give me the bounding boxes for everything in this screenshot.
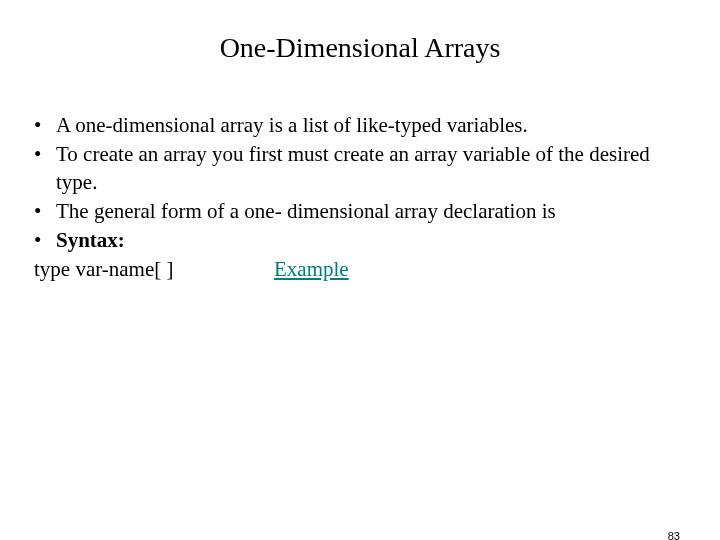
bullet-item: • A one-dimensional array is a list of l… <box>34 112 686 139</box>
bullet-item: • The general form of a one- dimensional… <box>34 198 686 225</box>
bullet-item: • Syntax: <box>34 227 686 254</box>
bullet-text: A one-dimensional array is a list of lik… <box>56 112 686 139</box>
bullet-icon: • <box>34 112 56 139</box>
bullet-text: Syntax: <box>56 227 686 254</box>
slide-content: • A one-dimensional array is a list of l… <box>0 112 720 284</box>
bullet-icon: • <box>34 227 56 254</box>
syntax-line: type var-name[ ] Example <box>34 256 686 283</box>
bullet-text: To create an array you first must create… <box>56 141 686 196</box>
slide-title: One-Dimensional Arrays <box>0 32 720 64</box>
bullet-item: • To create an array you first must crea… <box>34 141 686 196</box>
page-number: 83 <box>668 530 680 540</box>
bullet-icon: • <box>34 141 56 168</box>
bullet-text: The general form of a one- dimensional a… <box>56 198 686 225</box>
syntax-declaration: type var-name[ ] <box>34 256 274 283</box>
example-link[interactable]: Example <box>274 256 349 283</box>
syntax-label: Syntax: <box>56 228 125 252</box>
bullet-icon: • <box>34 198 56 225</box>
slide: One-Dimensional Arrays • A one-dimension… <box>0 32 720 540</box>
